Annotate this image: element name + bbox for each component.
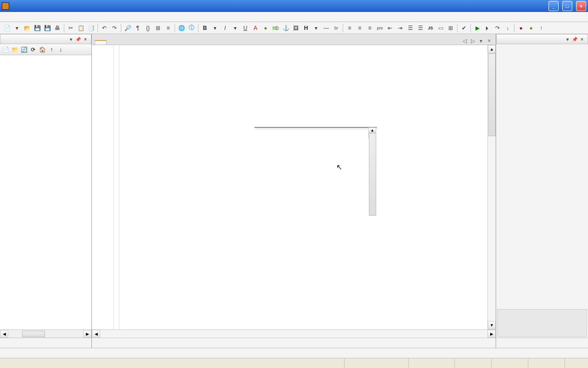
proj-new-icon[interactable]: 📄 xyxy=(2,46,9,53)
print-icon[interactable]: 🖶 xyxy=(53,23,62,33)
bold-button[interactable]: B xyxy=(200,23,209,33)
copy-icon[interactable]: 📋 xyxy=(76,23,85,33)
tab-close-icon[interactable]: × xyxy=(486,37,493,45)
js-button[interactable]: JS xyxy=(426,23,435,33)
tree-hscroll[interactable]: ◀ ▶ xyxy=(0,329,91,338)
tool-a-icon[interactable]: ¶ xyxy=(133,23,142,33)
heading-dropdown[interactable]: ▾ xyxy=(311,23,321,33)
panel-pin-icon[interactable]: 📌 xyxy=(572,36,577,42)
statusbar xyxy=(0,358,588,368)
status-done xyxy=(345,358,409,368)
status-ready xyxy=(0,358,345,368)
scroll-thumb[interactable] xyxy=(22,331,45,337)
left-bottom-tabs xyxy=(0,338,91,348)
fold-gutter[interactable] xyxy=(114,45,119,329)
proj-home-icon[interactable]: 🏠 xyxy=(39,46,46,53)
list-ol-icon[interactable]: ☰ xyxy=(416,23,425,33)
underline-button[interactable]: U xyxy=(241,23,250,33)
undo-icon[interactable]: ↶ xyxy=(100,23,109,33)
panel-close-icon[interactable]: × xyxy=(579,36,585,42)
code-area[interactable]: ▲ ▼ ↖ xyxy=(119,45,487,329)
cut-icon[interactable]: ✂ xyxy=(66,23,75,33)
new-dropdown-icon[interactable]: ▾ xyxy=(12,23,22,33)
heading-button[interactable]: H xyxy=(301,23,311,33)
indent-icon[interactable]: ⇥ xyxy=(396,23,405,33)
highlight-button[interactable]: ● xyxy=(261,23,270,33)
tool-b-icon[interactable]: {} xyxy=(143,23,153,33)
br-button[interactable]: br xyxy=(332,23,341,33)
ac-scroll-up-icon[interactable]: ▲ xyxy=(368,127,376,133)
save-icon[interactable]: 💾 xyxy=(33,23,42,33)
proj-upload-icon[interactable]: ↑ xyxy=(48,46,55,53)
new-file-icon[interactable]: 📄 xyxy=(2,23,11,33)
align-right-icon[interactable]: ≡ xyxy=(365,23,374,33)
proj-sync-icon[interactable]: ⟳ xyxy=(29,46,37,53)
align-center-icon[interactable]: ≡ xyxy=(355,23,364,33)
proj-refresh-icon[interactable]: 🔄 xyxy=(20,46,28,53)
tool-c-icon[interactable]: ⊞ xyxy=(153,23,163,33)
debug-icon[interactable]: ⏵ xyxy=(483,23,492,33)
autocomplete-popup[interactable]: ▲ ▼ xyxy=(254,127,377,128)
table-icon[interactable]: ⊞ xyxy=(446,23,455,33)
list-ul-icon[interactable]: ☰ xyxy=(406,23,415,33)
anchor-icon[interactable]: ⚓ xyxy=(281,23,290,33)
editor-hscroll[interactable]: ◀ ▶ xyxy=(92,329,496,338)
validate-icon[interactable]: ✔ xyxy=(459,23,469,33)
find-replace-icon[interactable]: 🔎 xyxy=(123,23,132,33)
scroll-up-icon[interactable]: ▲ xyxy=(488,45,496,53)
proj-download-icon[interactable]: ↓ xyxy=(57,46,64,53)
step-over-icon[interactable]: ↷ xyxy=(493,23,502,33)
editor-scroll-thumb[interactable] xyxy=(488,53,496,136)
proj-newfolder-icon[interactable]: 📁 xyxy=(11,46,18,53)
bold-dropdown[interactable]: ▾ xyxy=(210,23,220,33)
tab-next-icon[interactable]: ▷ xyxy=(469,37,476,45)
form-icon[interactable]: ▭ xyxy=(436,23,445,33)
browser-icon[interactable]: 🌐 xyxy=(177,23,186,33)
breakpoint-icon[interactable]: ● xyxy=(516,23,526,33)
scroll-right-icon[interactable]: ▶ xyxy=(487,330,496,338)
editor-vscroll[interactable]: ▲ ▼ xyxy=(487,45,496,329)
italic-dropdown[interactable]: ▾ xyxy=(231,23,240,33)
tool-d-icon[interactable]: ≡ xyxy=(164,23,173,33)
open-icon[interactable]: 📂 xyxy=(23,23,32,33)
status-line xyxy=(492,358,528,368)
ruler-icon[interactable]: — xyxy=(322,23,331,33)
help-icon[interactable]: ⓘ xyxy=(187,23,196,33)
panel-pin-icon[interactable]: 📌 xyxy=(75,36,81,42)
run-icon[interactable]: ▶ xyxy=(473,23,482,33)
paste-icon[interactable]: 📑 xyxy=(86,23,96,33)
panel-menu-icon[interactable]: ▾ xyxy=(68,36,74,42)
ac-scroll-thumb[interactable] xyxy=(369,133,376,216)
project-panel-header: ▾ 📌 × xyxy=(0,34,91,44)
status-ins xyxy=(565,358,588,368)
font-color-button[interactable]: A xyxy=(251,23,260,33)
panel-menu-icon[interactable]: ▾ xyxy=(565,36,570,42)
project-tree[interactable] xyxy=(0,55,91,329)
scroll-left-icon[interactable]: ◀ xyxy=(92,330,100,338)
image-icon[interactable]: 🖼 xyxy=(291,23,300,33)
editor-panel: ◁ ▷ ▾ × ▲ ▼ ↖ ▲ xyxy=(92,34,496,348)
maximize-button[interactable]: □ xyxy=(562,1,572,11)
redo-icon[interactable]: ↷ xyxy=(110,23,119,33)
tab-prev-icon[interactable]: ◁ xyxy=(461,37,468,45)
outdent-icon[interactable]: ⇤ xyxy=(385,23,395,33)
step-into-icon[interactable]: ↓ xyxy=(503,23,512,33)
panel-close-icon[interactable]: × xyxy=(83,36,88,42)
pre-button[interactable]: pre xyxy=(375,23,384,33)
nbsp-button[interactable]: nb xyxy=(271,23,280,33)
minimize-button[interactable]: _ xyxy=(548,1,559,11)
align-left-icon[interactable]: ≡ xyxy=(345,23,354,33)
code-editor[interactable]: ▲ ▼ ↖ ▲ ▼ xyxy=(92,45,496,329)
toggle-bp-icon[interactable]: ● xyxy=(526,23,536,33)
titlebar: _ □ × xyxy=(0,0,588,12)
editor-tab[interactable] xyxy=(95,40,107,45)
save-all-icon[interactable]: 💾 xyxy=(43,23,52,33)
scroll-right-icon[interactable]: ▶ xyxy=(83,330,91,338)
close-button[interactable]: × xyxy=(576,1,586,11)
italic-button[interactable]: I xyxy=(220,23,230,33)
scroll-down-icon[interactable]: ▼ xyxy=(488,321,496,329)
scroll-left-icon[interactable]: ◀ xyxy=(0,330,8,338)
tab-list-icon[interactable]: ▾ xyxy=(477,37,485,45)
step-out-icon[interactable]: ↑ xyxy=(537,23,546,33)
right-bottom-tabs xyxy=(496,338,588,348)
